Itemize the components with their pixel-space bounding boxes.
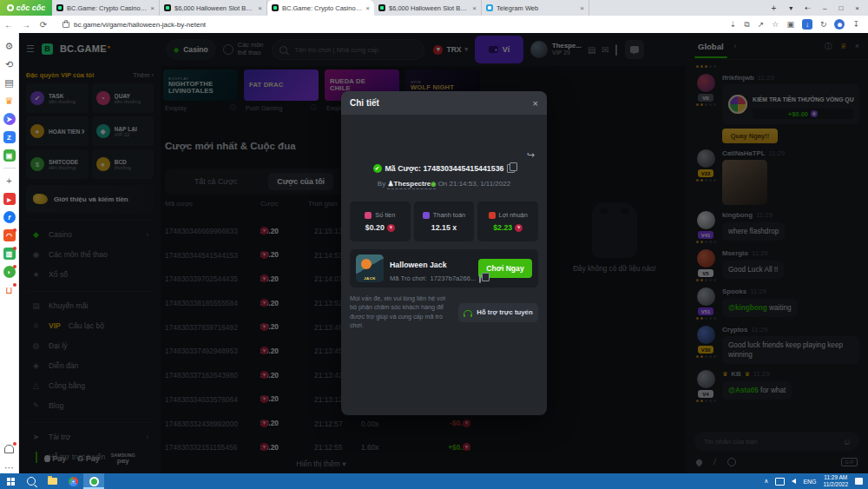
games-icon[interactable]: ▣ bbox=[3, 149, 16, 162]
start-button[interactable] bbox=[0, 473, 21, 489]
vip-crown-icon[interactable]: ♛ bbox=[3, 95, 16, 107]
tab-close-icon[interactable]: × bbox=[365, 4, 370, 12]
tab-close-icon[interactable]: × bbox=[150, 4, 155, 12]
messenger-icon[interactable]: ➤ bbox=[3, 113, 16, 125]
file-explorer-icon[interactable] bbox=[42, 473, 62, 489]
hidden-icons-chevron[interactable]: ∧ bbox=[764, 478, 768, 485]
browser-tabs: BC.Game: Crypto Casino Gan × $6,000 Hall… bbox=[52, 0, 766, 16]
coccoc-taskbar-icon[interactable] bbox=[83, 473, 104, 489]
stat-card: Thanh toán 12.15 x bbox=[414, 202, 475, 241]
browser-tab[interactable]: BC.Game: Crypto Casino Gan × bbox=[267, 0, 374, 16]
coccoc-brand-text: cốc cốc bbox=[16, 3, 46, 12]
trx-coin-icon bbox=[387, 224, 395, 232]
downloads-tray-icon[interactable]: ↧ bbox=[852, 20, 859, 29]
stat-value: 12.15 x bbox=[431, 223, 457, 232]
live-support-button[interactable]: Hỗ trợ trực tuyến bbox=[458, 303, 538, 322]
tab-close-icon[interactable]: × bbox=[580, 4, 584, 12]
browser-tab[interactable]: BC.Game: Crypto Casino Gan × bbox=[52, 0, 160, 16]
modal-body: ↪ ✔ Mã Cược: 1748303445415441536 By ♟The… bbox=[341, 115, 547, 415]
tab-favicon bbox=[486, 4, 493, 11]
window-minimize-button[interactable]: – bbox=[823, 4, 826, 12]
close-icon[interactable]: × bbox=[533, 98, 538, 109]
zalo-icon[interactable]: Z bbox=[3, 131, 16, 143]
browser-tab[interactable]: Telegram Web × bbox=[482, 0, 589, 16]
support-note: Mọi vấn đề, xin vui lòng liên hệ với bộ … bbox=[350, 294, 451, 331]
add-shortcut-icon[interactable]: + bbox=[3, 175, 16, 187]
taskbar-clock[interactable]: 11:29 AM11/2/2022 bbox=[824, 474, 848, 488]
stat-icon bbox=[489, 212, 496, 219]
translate-icon[interactable]: ⧉ bbox=[744, 20, 749, 30]
gift-icon[interactable]: ▥ bbox=[3, 248, 16, 260]
modal-title: Chi tiết bbox=[350, 98, 379, 108]
browser-tab[interactable]: $6,000 Halloween Slot Battle × bbox=[374, 0, 482, 16]
tab-close-icon[interactable]: × bbox=[472, 4, 477, 12]
share-icon[interactable]: ↪ bbox=[527, 149, 535, 161]
cart-icon[interactable]: ⊔ bbox=[3, 284, 16, 296]
window-maximize-button[interactable]: □ bbox=[838, 4, 843, 12]
ssl-lock-icon[interactable] bbox=[62, 22, 69, 28]
windows-taskbar: ∧ ENG 11:29 AM11/2/2022 bbox=[0, 473, 868, 489]
stat-label: Số tiền bbox=[375, 211, 395, 219]
back-button[interactable]: ← bbox=[0, 20, 17, 30]
more-options-icon[interactable]: ⋯ bbox=[3, 461, 16, 473]
facebook-icon[interactable]: f bbox=[3, 211, 16, 223]
shopee-icon[interactable]: ◠ bbox=[3, 229, 16, 241]
share-extension-icon[interactable]: ↗ bbox=[758, 20, 765, 29]
game-card: JACK Halloween Jack Mã Trò chơi: 17237b7… bbox=[350, 249, 538, 287]
taskbar-search-icon[interactable] bbox=[21, 473, 42, 489]
stat-value: $0.20 bbox=[365, 223, 385, 232]
bet-byline: By ♟Thespectre◉ On 21:14:53, 1/11/2022 bbox=[341, 180, 547, 188]
browser-tab-bar: cốc cốc BC.Game: Crypto Casino Gan × $6,… bbox=[0, 0, 868, 16]
notifications-bell-icon[interactable] bbox=[3, 443, 16, 455]
tab-title: $6,000 Halloween Slot Battle bbox=[174, 4, 254, 12]
window-close-button[interactable]: × bbox=[855, 4, 859, 12]
bet-id-value: 1748303445415441536 bbox=[423, 164, 503, 173]
modal-header: Chi tiết × bbox=[341, 91, 547, 115]
bet-id-label: Mã Cược: bbox=[385, 164, 421, 173]
pin-icon[interactable]: ⇠ bbox=[805, 4, 811, 12]
reload-button[interactable]: ⟳ bbox=[35, 20, 52, 30]
language-indicator[interactable]: ENG bbox=[803, 479, 816, 485]
chrome-icon[interactable] bbox=[62, 473, 83, 489]
tab-favicon bbox=[164, 4, 171, 11]
history-icon[interactable]: ⟲ bbox=[3, 58, 16, 70]
reader-icon[interactable]: ▤ bbox=[3, 76, 16, 89]
bcgame-page: ☰ B BC.GAME● Đặc quyền VIP của tôi Thêm … bbox=[19, 33, 868, 473]
tab-close-icon[interactable]: × bbox=[258, 4, 262, 12]
stat-label: Thanh toán bbox=[433, 211, 465, 219]
shield-icon[interactable]: ▣ bbox=[786, 20, 794, 29]
bookmark-star-icon[interactable]: ☆ bbox=[772, 20, 779, 29]
tab-title: Telegram Web bbox=[496, 4, 576, 12]
system-tray: ∧ ENG 11:29 AM11/2/2022 bbox=[764, 474, 868, 488]
save-page-icon[interactable]: ⇣ bbox=[730, 20, 737, 29]
download-manager-icon[interactable]: ↓ bbox=[802, 19, 812, 30]
copy-icon[interactable] bbox=[507, 164, 515, 173]
game-id-row: Mã Trò chơi: 17237b7a266... bbox=[390, 274, 472, 283]
stat-card: Số tiền $0.20 bbox=[350, 202, 411, 241]
stat-card: Lợi nhuận $2.23 bbox=[477, 202, 538, 241]
stat-icon bbox=[423, 212, 430, 219]
tab-title: $6,000 Halloween Slot Battle bbox=[389, 4, 469, 12]
tab-search-icon[interactable]: ▾ bbox=[789, 4, 792, 12]
forward-button[interactable]: → bbox=[17, 20, 35, 30]
coccoc-logo[interactable]: cốc cốc bbox=[0, 0, 52, 16]
chat-app-icon[interactable]: ◗ bbox=[3, 266, 16, 278]
volume-icon[interactable] bbox=[792, 479, 796, 484]
stat-icon bbox=[365, 212, 372, 219]
stat-value: $2.23 bbox=[493, 223, 512, 232]
sync-icon[interactable]: ↻ bbox=[820, 20, 827, 29]
url-text[interactable]: bc.game/vi/game/halloween-jack-by-netent bbox=[74, 21, 206, 29]
youtube-icon[interactable]: ▶ bbox=[3, 193, 16, 205]
bet-username[interactable]: ♟Thespectre◉ bbox=[387, 180, 436, 189]
new-tab-button[interactable]: + bbox=[766, 0, 780, 16]
browser-toolbar: ← → ⟳ bc.game/vi/game/halloween-jack-by-… bbox=[0, 16, 868, 34]
tab-favicon bbox=[56, 4, 63, 11]
game-name: Halloween Jack bbox=[390, 261, 447, 269]
network-icon[interactable] bbox=[775, 478, 785, 486]
browser-tab[interactable]: $6,000 Halloween Slot Battle × bbox=[160, 0, 267, 16]
action-center-icon[interactable] bbox=[855, 478, 863, 485]
game-thumbnail[interactable]: JACK bbox=[356, 254, 384, 282]
trx-coin-icon bbox=[515, 224, 523, 232]
settings-gear-icon[interactable]: ⚙ bbox=[3, 40, 16, 52]
browser-profile-avatar[interactable]: ☻ bbox=[834, 19, 845, 30]
